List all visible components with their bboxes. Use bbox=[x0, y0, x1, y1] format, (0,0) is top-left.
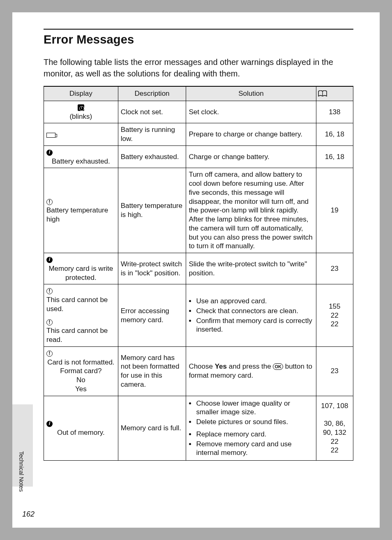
cell-display: This card cannot be read. bbox=[44, 316, 118, 347]
display-text: Out of memory. bbox=[57, 429, 105, 436]
cell-solution: Turn off camera, and allow battery to co… bbox=[186, 168, 316, 253]
display-text: (blinks) bbox=[69, 113, 92, 120]
page-number: 162 bbox=[22, 510, 35, 519]
table-row: Memory card is write protected. Write-pr… bbox=[44, 253, 353, 284]
solution-item: Remove memory card and use internal memo… bbox=[196, 440, 313, 458]
cell-solution: Charge or change battery. bbox=[186, 145, 316, 168]
table-row: (blinks) Clock not set. Set clock. 138 bbox=[44, 101, 353, 123]
display-text: This card cannot be read. bbox=[46, 327, 108, 344]
cell-ref: 23 bbox=[316, 253, 353, 284]
warning-icon bbox=[46, 288, 53, 294]
table-row: Out of memory. Memory card is full. Choo… bbox=[44, 396, 353, 461]
cell-description: Write-protect switch is in "lock" positi… bbox=[118, 253, 186, 284]
cell-display: Memory card is write protected. bbox=[44, 253, 118, 284]
cell-description: Memory card is full. bbox=[118, 396, 186, 461]
table-row: Card is not formatted. Format card? No Y… bbox=[44, 346, 353, 396]
display-text: This card cannot be used. bbox=[46, 296, 108, 313]
manual-page: Error Messages The following table lists… bbox=[12, 12, 380, 528]
warning-icon bbox=[46, 319, 53, 325]
error-messages-table: Display Description Solution bbox=[44, 86, 353, 461]
side-section-label: Technical Notes bbox=[18, 451, 25, 492]
display-text: Battery exhausted. bbox=[52, 157, 110, 165]
cell-description: Clock not set. bbox=[118, 101, 186, 123]
display-text: Yes bbox=[75, 385, 87, 393]
table-row: This card cannot be used. Error accessin… bbox=[44, 284, 353, 316]
title-rule bbox=[44, 29, 353, 30]
cell-description: Error accessing memory card. bbox=[118, 284, 186, 347]
col-reference bbox=[316, 86, 353, 101]
col-description: Description bbox=[118, 86, 186, 101]
ok-button-icon: OK bbox=[273, 363, 283, 370]
cell-description: Memory card has not been formatted for u… bbox=[118, 346, 186, 396]
solution-item: Use an approved card. bbox=[196, 297, 313, 306]
cell-ref: 138 bbox=[316, 101, 353, 123]
info-icon bbox=[46, 421, 53, 427]
display-text: Memory card is write protected. bbox=[48, 265, 113, 282]
intro-text: The following table lists the error mess… bbox=[44, 56, 353, 79]
cell-display: This card cannot be used. bbox=[44, 284, 118, 316]
cell-solution: Choose Yes and press the OK button to fo… bbox=[186, 346, 316, 396]
cell-description: Battery exhausted. bbox=[118, 145, 186, 168]
cell-solution: Use an approved card. Check that connect… bbox=[186, 284, 316, 347]
display-text: Card is not formatted. bbox=[47, 358, 114, 366]
solution-item: Choose lower image quality or smaller im… bbox=[196, 399, 313, 417]
solution-item: Delete pictures or sound files. bbox=[196, 418, 313, 427]
cell-ref: 155 22 22 bbox=[316, 284, 353, 347]
book-icon bbox=[318, 90, 351, 97]
cell-display: Out of memory. bbox=[44, 396, 118, 461]
cell-display: Card is not formatted. Format card? No Y… bbox=[44, 346, 118, 396]
col-display: Display bbox=[44, 86, 118, 101]
cell-display: (blinks) bbox=[44, 101, 118, 123]
cell-ref: 16, 18 bbox=[316, 145, 353, 168]
section-title: Error Messages bbox=[44, 33, 353, 46]
solution-item: Confirm that memory card is correctly in… bbox=[196, 316, 313, 335]
solution-text: and press the bbox=[227, 362, 273, 370]
cell-ref: 19 bbox=[316, 168, 353, 253]
cell-ref: 23 bbox=[316, 346, 353, 396]
cell-description: Battery is running low. bbox=[118, 123, 186, 146]
solution-item: Check that connectors are clean. bbox=[196, 307, 313, 316]
col-solution: Solution bbox=[186, 86, 316, 101]
display-text: No bbox=[76, 376, 85, 384]
solution-item: Replace memory card. bbox=[196, 430, 313, 439]
table-row: Battery temperature high Battery tempera… bbox=[44, 168, 353, 253]
solution-bold-yes: Yes bbox=[215, 362, 227, 370]
table-row: Battery is running low. Prepare to charg… bbox=[44, 123, 353, 146]
cell-solution: Prepare to charge or change battery. bbox=[186, 123, 316, 146]
warning-icon bbox=[46, 199, 53, 205]
cell-ref: 16, 18 bbox=[316, 123, 353, 146]
cell-display: Battery temperature high bbox=[44, 168, 118, 253]
solution-text: Choose bbox=[189, 362, 214, 370]
cell-solution: Choose lower image quality or smaller im… bbox=[186, 396, 316, 461]
display-text: Format card? bbox=[60, 367, 101, 375]
battery-icon bbox=[46, 133, 55, 138]
cell-solution: Slide the write-protect switch to "write… bbox=[186, 253, 316, 284]
cell-ref: 107, 108 30, 86, 90, 132 22 22 bbox=[316, 396, 353, 461]
cell-display bbox=[44, 123, 118, 146]
table-header-row: Display Description Solution bbox=[44, 86, 353, 101]
info-icon bbox=[46, 257, 53, 263]
clock-icon bbox=[78, 104, 84, 111]
cell-display: Battery exhausted. bbox=[44, 145, 118, 168]
cell-description: Battery temperature is high. bbox=[118, 168, 186, 253]
table-row: Battery exhausted. Battery exhausted. Ch… bbox=[44, 145, 353, 168]
display-text: Battery temperature high bbox=[46, 206, 108, 223]
info-icon bbox=[46, 150, 53, 156]
warning-icon bbox=[46, 351, 53, 357]
cell-solution: Set clock. bbox=[186, 101, 316, 123]
